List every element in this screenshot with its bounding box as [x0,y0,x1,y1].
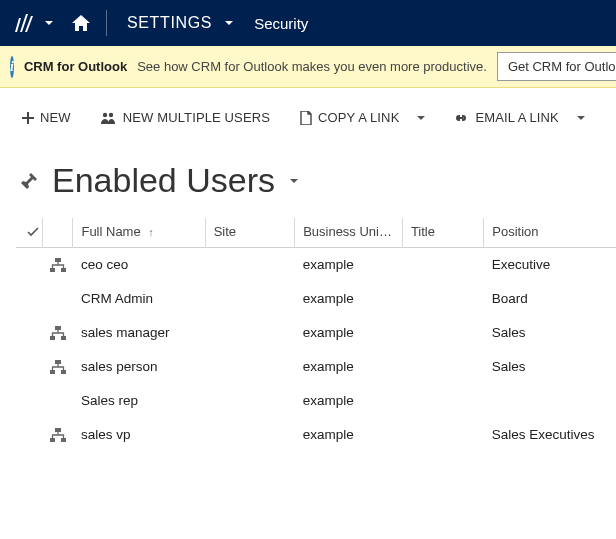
row-select-cell[interactable] [16,248,42,282]
svg-rect-3 [50,268,55,272]
full-name-cell[interactable]: CRM Admin [73,282,205,316]
info-title: CRM for Outlook [24,59,127,74]
nav-settings-label: SETTINGS [117,14,218,32]
info-message: See how CRM for Outlook makes you even m… [137,59,487,74]
email-link-button[interactable]: EMAIL A LINK [445,106,566,129]
full-name-cell[interactable]: sales vp [73,418,205,452]
position-cell: Sales [484,350,616,384]
title-cell [402,282,483,316]
title-header[interactable]: Title [402,218,483,248]
home-button[interactable] [54,0,96,46]
nav-divider [106,10,107,36]
select-all-header[interactable] [16,218,42,248]
app-logo[interactable] [10,0,38,46]
users-grid: Full Name ↑ Site Business Unit… Title Po… [0,210,616,452]
table-row[interactable]: ceo ceoexampleExecutive [16,248,616,282]
business-unit-cell: example [295,384,403,418]
svg-point-0 [103,112,107,116]
copy-link-button[interactable]: COPY A LINK [292,106,407,129]
site-cell [205,282,294,316]
svg-rect-12 [50,438,55,442]
site-cell [205,316,294,350]
site-cell [205,248,294,282]
svg-rect-10 [61,370,66,374]
site-header[interactable]: Site [205,218,294,248]
position-cell: Sales Executives [484,418,616,452]
svg-rect-5 [55,326,61,330]
get-outlook-button[interactable]: Get CRM for Outlook [497,52,616,81]
position-cell: Sales [484,316,616,350]
full-name-header-label: Full Name [81,224,140,239]
site-cell [205,384,294,418]
copy-link-dropdown[interactable] [411,110,431,126]
pin-icon[interactable] [20,172,38,190]
full-name-cell[interactable]: Sales rep [73,384,205,418]
full-name-header[interactable]: Full Name ↑ [73,218,205,248]
row-select-cell[interactable] [16,350,42,384]
app-switcher[interactable] [44,0,54,46]
view-selector[interactable] [289,176,299,186]
title-cell [402,350,483,384]
hierarchy-header [42,218,73,248]
svg-rect-2 [55,258,61,262]
full-name-cell[interactable]: ceo ceo [73,248,205,282]
table-row[interactable]: sales vpexampleSales Executives [16,418,616,452]
nav-area[interactable]: Security [234,0,308,46]
table-row[interactable]: sales personexampleSales [16,350,616,384]
column-header-row: Full Name ↑ Site Business Unit… Title Po… [16,218,616,248]
svg-rect-9 [50,370,55,374]
svg-rect-8 [55,360,61,364]
row-select-cell[interactable] [16,282,42,316]
position-cell [484,384,616,418]
email-link-dropdown[interactable] [571,110,591,126]
copy-link-label: COPY A LINK [318,110,399,125]
table-row[interactable]: Sales repexample [16,384,616,418]
nav-area-label: Security [234,15,308,32]
nav-settings[interactable]: SETTINGS [117,0,234,46]
row-select-cell[interactable] [16,418,42,452]
svg-rect-4 [61,268,66,272]
table-row[interactable]: CRM AdminexampleBoard [16,282,616,316]
email-link-label: EMAIL A LINK [475,110,558,125]
table-row[interactable]: sales managerexampleSales [16,316,616,350]
new-multiple-label: NEW MULTIPLE USERS [123,110,270,125]
view-header: Enabled Users [0,133,616,210]
plus-icon [22,112,34,124]
position-header[interactable]: Position [484,218,616,248]
business-unit-header[interactable]: Business Unit… [295,218,403,248]
hierarchy-icon [42,282,73,316]
svg-point-1 [109,112,113,116]
sort-asc-icon: ↑ [148,226,154,238]
position-cell: Board [484,282,616,316]
hierarchy-icon [42,384,73,418]
business-unit-cell: example [295,248,403,282]
title-cell [402,384,483,418]
hierarchy-icon[interactable] [42,350,73,384]
site-cell [205,350,294,384]
business-unit-cell: example [295,350,403,384]
row-select-cell[interactable] [16,384,42,418]
view-title[interactable]: Enabled Users [52,161,275,200]
full-name-cell[interactable]: sales person [73,350,205,384]
position-cell: Executive [484,248,616,282]
new-label: NEW [40,110,71,125]
full-name-cell[interactable]: sales manager [73,316,205,350]
site-cell [205,418,294,452]
business-unit-cell: example [295,316,403,350]
hierarchy-icon[interactable] [42,248,73,282]
new-multiple-users-button[interactable]: NEW MULTIPLE USERS [93,106,278,129]
hierarchy-icon[interactable] [42,316,73,350]
row-select-cell[interactable] [16,316,42,350]
users-icon [101,112,117,124]
info-icon: i [10,56,14,78]
svg-rect-11 [55,428,61,432]
global-nav: SETTINGS Security [0,0,616,46]
svg-rect-7 [61,336,66,340]
hierarchy-icon[interactable] [42,418,73,452]
svg-rect-6 [50,336,55,340]
new-button[interactable]: NEW [14,106,79,129]
page-icon [300,111,312,125]
svg-rect-13 [61,438,66,442]
title-cell [402,248,483,282]
title-cell [402,418,483,452]
